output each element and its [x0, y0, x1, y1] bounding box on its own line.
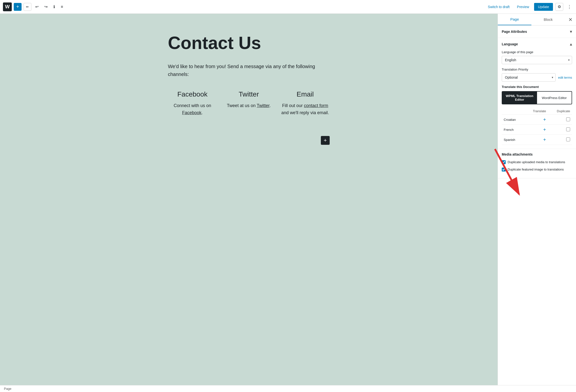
duplicate-croatian-cell	[548, 115, 572, 125]
translate-croatian-button[interactable]: +	[543, 117, 546, 122]
page-attributes-toggle-icon: ▾	[570, 29, 572, 34]
translate-doc-title: Translate this Document	[502, 85, 572, 89]
translate-spanish-button[interactable]: +	[543, 137, 546, 142]
translate-col-header: Translate	[524, 108, 548, 115]
duplicate-media-label: Duplicate uploaded media to translations	[508, 160, 565, 165]
pencil-button[interactable]: ✏	[24, 3, 31, 11]
info-button[interactable]: ℹ	[52, 3, 57, 11]
duplicate-french-cell	[548, 125, 572, 135]
switch-to-draft-button[interactable]: Switch to draft	[485, 3, 512, 10]
duplicate-media-row: Duplicate uploaded media to translations	[502, 160, 572, 165]
page-attributes-section: Page Attributes ▾	[498, 26, 576, 38]
wordpress-editor-button[interactable]: WordPress Editor	[537, 92, 572, 104]
language-section: Language ▴ Language of this page English…	[498, 38, 576, 149]
facebook-link[interactable]: Facebook	[182, 110, 202, 115]
table-row: Spanish +	[502, 135, 572, 145]
lang-col-header	[502, 108, 524, 115]
lang-name-french: French	[502, 125, 524, 135]
language-select-wrapper: English Croatian French Spanish ▾	[502, 56, 572, 64]
translation-priority-row: Optional High Medium Low ▾ edit terms	[502, 73, 572, 82]
add-block-button[interactable]: +	[14, 3, 22, 11]
duplicate-featured-row: Duplicate featured image to translations	[502, 167, 572, 172]
undo-button[interactable]: ↩	[33, 3, 40, 11]
settings-button[interactable]: ⚙	[555, 3, 563, 11]
duplicate-featured-checkbox[interactable]	[502, 168, 506, 171]
page-content-wrapper: Contact Us We'd like to hear from you! S…	[153, 24, 344, 155]
status-label: Page	[4, 387, 11, 391]
contact-item-facebook: Facebook Connect with us on Facebook.	[168, 90, 217, 116]
translation-priority-label: Translation Priority	[502, 68, 572, 71]
tab-page[interactable]: Page	[498, 14, 531, 25]
media-attachments-section: Media attachments Duplicate uploaded med…	[498, 149, 576, 178]
add-block-bottom-button[interactable]: +	[321, 136, 330, 145]
lang-name-croatian: Croatian	[502, 115, 524, 125]
language-section-title: Language	[502, 42, 518, 46]
main-area: Contact Us We'd like to hear from you! S…	[0, 14, 576, 385]
page-attributes-title: Page Attributes	[502, 30, 527, 33]
translate-spanish-cell: +	[524, 135, 548, 145]
toolbar: W + ✏ ↩ ↪ ℹ ≡ Switch to draft Preview Up…	[0, 0, 576, 14]
table-row: French +	[502, 125, 572, 135]
lang-name-spanish: Spanish	[502, 135, 524, 145]
duplicate-french-checkbox[interactable]	[566, 127, 570, 131]
twitter-link[interactable]: Twitter	[257, 103, 269, 108]
tab-block[interactable]: Block	[531, 14, 565, 25]
toolbar-left: W + ✏ ↩ ↪ ℹ ≡	[3, 2, 483, 11]
contact-title-facebook: Facebook	[168, 90, 217, 98]
language-select[interactable]: English Croatian French Spanish	[502, 56, 572, 64]
editor-canvas: Contact Us We'd like to hear from you! S…	[0, 14, 498, 385]
media-attachments-title: Media attachments	[502, 152, 533, 156]
translation-priority-select-wrapper: Optional High Medium Low ▾	[502, 73, 556, 82]
sidebar-close-button[interactable]: ✕	[565, 14, 576, 25]
contact-title-twitter: Twitter	[224, 90, 273, 98]
translation-table: Translate Duplicate Croatian +	[502, 108, 572, 145]
duplicate-spanish-checkbox[interactable]	[566, 138, 570, 141]
editor-toggle-group: WPML Translation Editor WordPress Editor	[502, 91, 572, 104]
contact-form-link[interactable]: contact form	[304, 103, 328, 108]
translation-priority-select[interactable]: Optional High Medium Low	[502, 73, 556, 82]
language-section-content: Language of this page English Croatian F…	[498, 50, 576, 149]
duplicate-spanish-cell	[548, 135, 572, 145]
redo-button[interactable]: ↪	[42, 3, 50, 11]
contact-title-email: Email	[281, 90, 330, 98]
language-section-toggle-icon: ▴	[570, 41, 572, 47]
duplicate-media-checkbox[interactable]	[502, 160, 506, 164]
sidebar: Page Block ✕ Page Attributes ▾ Language …	[498, 14, 576, 385]
update-button[interactable]: Update	[534, 3, 553, 11]
translate-french-button[interactable]: +	[543, 127, 546, 132]
contact-desc-facebook: Connect with us on Facebook.	[168, 102, 217, 116]
preview-button[interactable]: Preview	[515, 3, 532, 10]
duplicate-featured-label: Duplicate featured image to translations	[508, 167, 564, 172]
duplicate-croatian-checkbox[interactable]	[566, 117, 570, 121]
list-view-button[interactable]: ≡	[59, 3, 65, 11]
contact-desc-twitter: Tweet at us on Twitter.	[224, 102, 273, 109]
translate-croatian-cell: +	[524, 115, 548, 125]
language-of-page-label: Language of this page	[502, 50, 572, 54]
toolbar-right: Switch to draft Preview Update ⚙ ⋮	[485, 3, 573, 11]
contact-item-twitter: Twitter Tweet at us on Twitter.	[224, 90, 273, 116]
language-section-header[interactable]: Language ▴	[498, 38, 576, 50]
sidebar-tabs: Page Block ✕	[498, 14, 576, 26]
contact-grid: Facebook Connect with us on Facebook. Tw…	[168, 90, 330, 116]
page-body-text: We'd like to hear from you! Send a messa…	[168, 62, 330, 78]
table-row: Croatian +	[502, 115, 572, 125]
wpml-editor-button[interactable]: WPML Translation Editor	[502, 92, 537, 104]
media-attachments-content: Duplicate uploaded media to translations…	[498, 160, 576, 178]
page-title: Contact Us	[168, 33, 330, 53]
contact-desc-email: Fill out our contact form and we'll repl…	[281, 102, 330, 116]
wp-logo: W	[3, 2, 12, 11]
media-attachments-header[interactable]: Media attachments	[498, 149, 576, 160]
contact-item-email: Email Fill out our contact form and we'l…	[281, 90, 330, 116]
status-bar: Page	[0, 385, 576, 392]
translate-french-cell: +	[524, 125, 548, 135]
edit-terms-link[interactable]: edit terms	[558, 76, 572, 79]
page-attributes-header[interactable]: Page Attributes ▾	[498, 26, 576, 38]
duplicate-col-header: Duplicate	[548, 108, 572, 115]
more-options-button[interactable]: ⋮	[566, 3, 573, 11]
